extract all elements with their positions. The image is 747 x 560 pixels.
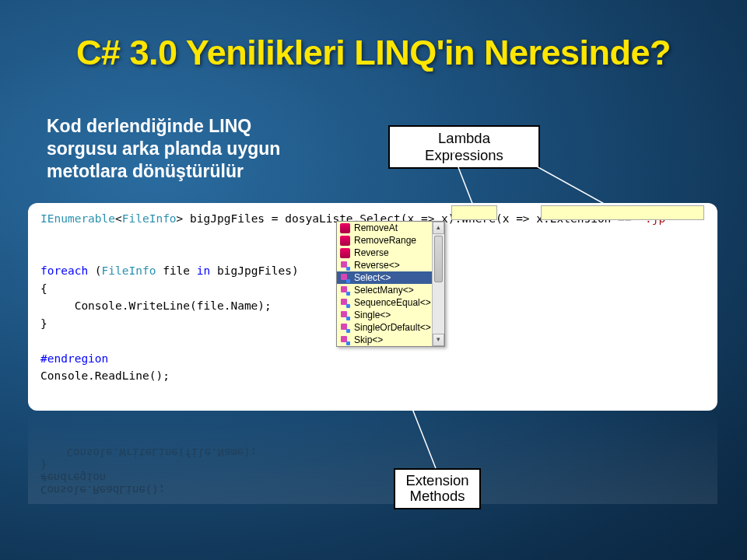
lambda-expressions-label: Lambda Expressions [388,125,540,169]
method-icon [340,223,350,233]
method-icon [340,248,350,258]
intellisense-item-label: SingleOrDefault<> [354,322,431,333]
intellisense-item[interactable]: SingleOrDefault<> [337,321,444,334]
scrollbar[interactable]: ▴ ▾ [432,222,444,346]
scroll-down-icon[interactable]: ▾ [433,334,444,346]
intellisense-item[interactable]: SelectMany<> [337,284,444,296]
slide-subtitle: Kod derlendiğinde LINQ sorgusu arka plan… [47,115,319,182]
intellisense-item[interactable]: Select<> [337,271,444,284]
intellisense-item[interactable]: Reverse [337,247,444,259]
intellisense-popup[interactable]: RemoveAtRemoveRangeReverseReverse<>Selec… [336,221,445,347]
lambda-highlight-1 [451,205,497,220]
intellisense-item-label: Select<> [354,272,391,283]
intellisense-item-label: SequenceEqual<> [354,297,431,308]
intellisense-item-label: Reverse<> [354,260,400,271]
extension-method-icon [340,261,350,271]
intellisense-item-label: Reverse [354,247,389,258]
extension-method-icon [340,298,350,308]
intellisense-item-label: SelectMany<> [354,285,414,296]
intellisense-item[interactable]: RemoveRange [337,234,444,247]
intellisense-item[interactable]: SequenceEqual<> [337,296,444,309]
intellisense-item-label: RemoveRange [354,235,416,246]
scroll-up-icon[interactable]: ▴ [433,222,444,234]
intellisense-item[interactable]: Single<> [337,309,444,321]
code-reflection: Console.ReadLine();#endregion} Console.W… [28,411,717,504]
slide-title: C# 3.0 Yenilikleri LINQ'in Neresinde? [0,33,747,73]
intellisense-item-label: RemoveAt [354,222,398,233]
extension-method-icon [340,273,350,283]
intellisense-item[interactable]: Skip<> [337,334,444,346]
scroll-thumb[interactable] [434,236,443,282]
intellisense-item[interactable]: Reverse<> [337,259,444,271]
extension-method-icon [340,335,350,345]
lambda-highlight-2 [541,205,704,220]
extension-methods-label: Extension Methods [394,468,481,509]
intellisense-item-label: Skip<> [354,334,383,345]
extension-method-icon [340,310,350,320]
intellisense-item[interactable]: RemoveAt [337,222,444,234]
method-icon [340,236,350,246]
intellisense-item-label: Single<> [354,310,391,320]
extension-method-icon [340,285,350,296]
extension-method-icon [340,323,350,333]
